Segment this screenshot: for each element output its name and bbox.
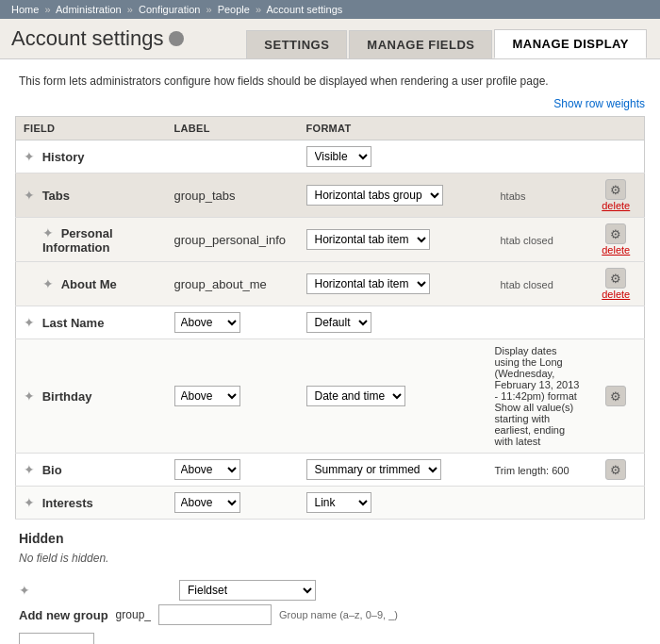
field-bio-name: ✦ Bio: [16, 454, 167, 487]
col-header-format: FORMAT: [299, 117, 487, 140]
field-personal-info-name: ✦ Personal Information: [16, 218, 167, 262]
tab-manage-fields[interactable]: MANAGE FIELDS: [349, 30, 492, 58]
field-interests-label: Above Inline Hidden: [167, 487, 299, 520]
page-header: Account settings SETTINGS MANAGE FIELDS …: [0, 19, 660, 59]
field-tabs-actions: ⚙ delete: [588, 173, 645, 218]
field-history-name: ✦ History: [16, 140, 167, 173]
field-interests-actions: [588, 487, 645, 520]
col-header-field: FIELD: [16, 117, 167, 140]
table-row: ✦ Last Name Above Inline Hidden Default …: [16, 306, 645, 339]
page-description: This form lets administrators configure …: [15, 74, 645, 88]
bio-gear-button[interactable]: ⚙: [605, 459, 626, 480]
table-row: ✦ Birthday Above Inline Hidden Date and …: [16, 339, 645, 454]
add-group-label-row: Add new group group_ Group name (a–z, 0–…: [19, 604, 641, 625]
tabs-format-select[interactable]: Horizontal tabs group Fieldset Hidden: [306, 185, 443, 206]
table-row: ✦ Tabs group_tabs Horizontal tabs group …: [16, 173, 645, 218]
field-personal-info-format: Horizontal tab item Fieldset Hidden: [299, 218, 487, 262]
table-row: ✦ History Visible Hidden: [16, 140, 645, 173]
lastname-format-select[interactable]: Default Hidden: [306, 312, 371, 333]
history-format-select[interactable]: Visible Hidden: [306, 146, 371, 167]
group-label-input[interactable]: [19, 633, 94, 644]
about-me-gear-button[interactable]: ⚙: [605, 268, 626, 289]
field-bio-format: Summary or trimmed Default Hidden: [299, 454, 487, 487]
field-personal-info-actions: ⚙ delete: [588, 218, 645, 262]
breadcrumb-admin[interactable]: Administration: [56, 4, 122, 15]
fields-table: FIELD LABEL FORMAT ✦ History Visible Hid…: [15, 116, 645, 520]
field-birthday-actions: ⚙: [588, 339, 645, 454]
field-lastname-label: Above Inline Hidden: [167, 306, 299, 339]
drag-handle-tabs[interactable]: ✦: [24, 188, 35, 203]
breadcrumb-config[interactable]: Configuration: [139, 4, 200, 15]
bio-label-select[interactable]: Above Inline Hidden: [174, 459, 240, 480]
col-header-info: [487, 117, 588, 140]
tab-manage-display[interactable]: MANAGE DISPLAY: [494, 29, 647, 58]
breadcrumb-people[interactable]: People: [218, 4, 250, 15]
tabs-delete-link[interactable]: delete: [596, 200, 637, 211]
group-hint: Group name (a–z, 0–9, _): [279, 609, 398, 620]
lastname-label-select[interactable]: Above Inline Hidden: [174, 312, 240, 333]
add-group-row: ✦ Fieldset Horizontal tabs group Hidden: [19, 580, 641, 601]
add-group-section: ✦ Fieldset Horizontal tabs group Hidden …: [15, 576, 645, 644]
birthday-format-select[interactable]: Date and time Default Hidden: [306, 386, 405, 406]
drag-handle-lastname[interactable]: ✦: [24, 315, 35, 330]
table-row: ✦ About Me group_about_me Horizontal tab…: [16, 262, 645, 306]
field-tabs-label: group_tabs: [167, 173, 299, 218]
field-tabs-name: ✦ Tabs: [16, 173, 167, 218]
breadcrumb-account[interactable]: Account settings: [267, 4, 343, 15]
drag-handle-personal-info[interactable]: ✦: [42, 225, 54, 240]
breadcrumb: Home » Administration » Configuration » …: [0, 0, 660, 19]
field-bio-info: Trim length: 600: [487, 454, 588, 487]
field-lastname-format: Default Hidden: [299, 306, 487, 339]
drag-handle-interests[interactable]: ✦: [24, 495, 35, 510]
field-about-me-actions: ⚙ delete: [588, 262, 645, 306]
group-prefix: group_: [116, 608, 151, 621]
birthday-gear-button[interactable]: ⚙: [605, 386, 626, 406]
col-header-actions: [588, 117, 645, 140]
drag-handle-bio[interactable]: ✦: [24, 462, 35, 477]
birthday-label-select[interactable]: Above Inline Hidden: [174, 386, 240, 406]
personal-info-delete-link[interactable]: delete: [596, 244, 637, 256]
hidden-section-title: Hidden: [19, 531, 641, 546]
field-bio-actions: ⚙: [588, 454, 645, 487]
drag-handle-about-me[interactable]: ✦: [42, 276, 54, 291]
field-interests-info: [487, 487, 588, 520]
bio-format-select[interactable]: Summary or trimmed Default Hidden: [306, 459, 441, 480]
table-row: ✦ Personal Information group_personal_in…: [16, 218, 645, 262]
field-history-format: Visible Hidden: [299, 140, 487, 173]
breadcrumb-home[interactable]: Home: [11, 4, 39, 15]
tab-settings[interactable]: SETTINGS: [246, 30, 347, 58]
about-me-format-select[interactable]: Horizontal tab item Fieldset Hidden: [306, 273, 430, 294]
field-history-info: [487, 140, 588, 173]
field-history-label: [167, 140, 299, 173]
page-title: Account settings: [11, 26, 163, 51]
add-group-format-select[interactable]: Fieldset Horizontal tabs group Hidden: [179, 580, 316, 601]
add-group-drag-handle[interactable]: ✦: [19, 583, 30, 598]
field-about-me-name: ✦ About Me: [16, 262, 167, 306]
personal-info-gear-button[interactable]: ⚙: [605, 223, 626, 244]
field-birthday-format: Date and time Default Hidden: [299, 339, 487, 454]
field-birthday-info: Display dates using the Long (Wednesday,…: [487, 339, 588, 454]
field-lastname-info: [487, 306, 588, 339]
interests-label-select[interactable]: Above Inline Hidden: [174, 492, 240, 513]
interests-format-select[interactable]: Link Default Hidden: [306, 492, 371, 513]
field-personal-info-info: htab closed: [487, 218, 588, 262]
personal-info-format-select[interactable]: Horizontal tab item Fieldset Hidden: [306, 229, 430, 250]
table-header-row: FIELD LABEL FORMAT: [16, 117, 645, 140]
field-birthday-name: ✦ Birthday: [16, 339, 167, 454]
drag-handle-birthday[interactable]: ✦: [24, 388, 35, 404]
tabs-gear-button[interactable]: ⚙: [605, 179, 626, 200]
table-row: ✦ Bio Above Inline Hidden Summary or tri…: [16, 454, 645, 487]
show-row-weights-link[interactable]: Show row weights: [15, 97, 645, 110]
field-lastname-actions: [588, 306, 645, 339]
field-about-me-info: htab closed: [487, 262, 588, 306]
about-me-delete-link[interactable]: delete: [596, 289, 637, 300]
drag-handle-history[interactable]: ✦: [24, 149, 35, 164]
field-tabs-format: Horizontal tabs group Fieldset Hidden: [299, 173, 487, 218]
settings-gear-icon[interactable]: [169, 31, 184, 46]
field-personal-info-label: group_personal_info: [167, 218, 299, 262]
tabs-bar: SETTINGS MANAGE FIELDS MANAGE DISPLAY: [246, 29, 649, 58]
hidden-section-message: No field is hidden.: [19, 552, 641, 565]
group-name-input[interactable]: [158, 604, 272, 625]
field-tabs-info: htabs: [487, 173, 588, 218]
label-field-row: Label: [19, 629, 641, 644]
